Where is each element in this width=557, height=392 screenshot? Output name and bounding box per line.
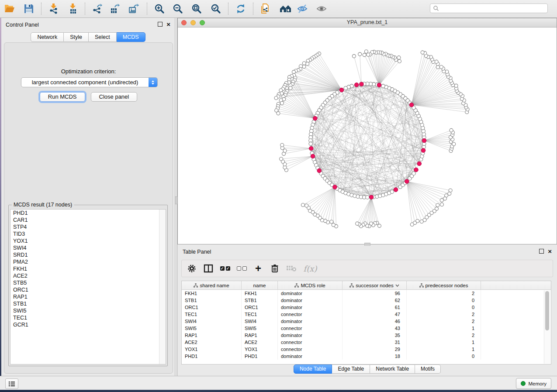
run-mcds-button[interactable]: Run MCDS (40, 92, 85, 102)
table-row[interactable]: YOX1YOX1connector291 (182, 346, 551, 353)
deselect-all-icon[interactable] (235, 262, 248, 275)
table-row[interactable]: ORC1ORC1dominator610 (182, 304, 551, 311)
column-header-name[interactable]: name (242, 281, 278, 290)
memory-label: Memory (528, 381, 547, 386)
tab-network-table[interactable]: Network Table (370, 364, 415, 374)
table-row[interactable]: SWI5SWI5connector431 (182, 325, 551, 332)
table-scrollbar[interactable] (544, 290, 550, 364)
table-scrollbar-thumb[interactable] (545, 291, 549, 330)
zoom-fit-icon[interactable] (189, 2, 204, 16)
delete-table-icon[interactable] (285, 262, 298, 275)
network-window-titlebar[interactable]: YPA_prune.txt_1 (178, 18, 557, 28)
table-cell: TEC1 (242, 311, 278, 318)
minimize-window-icon[interactable] (190, 20, 196, 25)
close-panel-icon[interactable]: × (166, 22, 170, 27)
memory-button[interactable]: Memory (516, 378, 551, 389)
tab-motifs[interactable]: Motifs (415, 364, 441, 374)
tab-node-table[interactable]: Node Table (294, 364, 332, 374)
home-views-icon[interactable] (278, 2, 293, 16)
table-cell: ORC1 (242, 304, 278, 311)
delete-column-icon[interactable] (268, 262, 281, 275)
table-row[interactable]: PHD1PHD1dominator180 (182, 353, 551, 360)
mcds-result-item[interactable]: STB5 (10, 279, 166, 286)
table-cell: 47 (343, 311, 407, 318)
table-cell: 1 (407, 325, 481, 332)
mcds-result-item[interactable]: CAR1 (10, 217, 166, 224)
close-window-icon[interactable] (181, 20, 187, 25)
create-column-icon[interactable]: + (252, 262, 265, 275)
close-panel-icon[interactable]: × (548, 249, 552, 254)
save-session-icon[interactable] (21, 2, 36, 16)
criterion-dropdown[interactable]: largest connected component (undirected) (21, 77, 158, 87)
tab-edge-table[interactable]: Edge Table (332, 364, 370, 374)
table-row[interactable]: FKH1FKH1dominator962 (182, 290, 551, 297)
mcds-result-item[interactable]: SWI4 (10, 244, 166, 251)
mcds-result-item[interactable]: SRD1 (10, 251, 166, 258)
table-row[interactable]: RAP1RAP1dominator352 (182, 332, 551, 339)
search-field[interactable] (439, 5, 547, 12)
mcds-result-item[interactable]: ACE2 (10, 272, 166, 279)
float-panel-icon[interactable] (539, 249, 544, 254)
select-all-icon[interactable]: ✓✓ (218, 262, 232, 275)
mcds-list-scrollbar[interactable] (159, 210, 166, 364)
close-panel-button[interactable]: Close panel (91, 92, 138, 102)
show-graphics-details-icon[interactable] (314, 2, 329, 16)
table-row[interactable]: ACE2ACE2connector311 (182, 339, 551, 346)
zoom-out-icon[interactable] (170, 2, 185, 16)
mcds-result-item[interactable]: TEC1 (10, 314, 166, 321)
tab-style[interactable]: Style (64, 32, 89, 42)
refresh-layout-icon[interactable] (233, 2, 248, 16)
mcds-result-item[interactable]: STB1 (10, 300, 166, 307)
mcds-result-item[interactable]: FKH1 (10, 265, 166, 272)
open-session-icon[interactable] (2, 2, 17, 16)
column-header-predecessor-nodes[interactable]: predecessor nodes (407, 281, 481, 290)
table-row[interactable]: TEC1TEC1connector472 (182, 311, 551, 318)
mcds-result-item[interactable]: RAP1 (10, 293, 166, 300)
tab-mcds[interactable]: MCDS (117, 32, 145, 42)
hide-graphics-details-icon[interactable] (295, 2, 310, 16)
zoom-in-icon[interactable] (152, 2, 167, 16)
tab-select[interactable]: Select (89, 32, 117, 42)
criterion-dropdown-value: largest connected component (undirected) (21, 79, 149, 86)
tab-network[interactable]: Network (31, 32, 64, 42)
import-network-icon[interactable] (46, 2, 61, 16)
table-cell: connector (278, 346, 343, 353)
export-table-icon[interactable] (107, 2, 122, 16)
table-row[interactable]: STB1STB1dominator620 (182, 297, 551, 304)
duplicate-network-icon[interactable] (258, 2, 273, 16)
show-hide-columns-icon[interactable] (202, 262, 215, 275)
table-row[interactable]: SWI4SWI4dominator462 (182, 318, 551, 325)
table-cell: dominator (278, 318, 343, 325)
zoom-selected-icon[interactable] (208, 2, 223, 16)
import-table-icon[interactable] (66, 2, 80, 16)
mcds-result-item[interactable]: PMA2 (10, 258, 166, 265)
task-history-button[interactable] (5, 378, 18, 389)
mcds-result-item[interactable]: SWI5 (10, 307, 166, 314)
table-mode-gear-icon[interactable] (185, 262, 198, 275)
column-header-successor-nodes[interactable]: successor nodes (343, 281, 407, 290)
desktop-wallpaper-bottom (0, 390, 557, 392)
mcds-result-item[interactable]: STP4 (10, 224, 166, 230)
mcds-result-item[interactable]: GCR1 (10, 321, 166, 328)
column-header-shared-name[interactable]: shared name (182, 281, 242, 290)
export-image-icon[interactable] (126, 2, 141, 16)
mcds-result-list[interactable]: PHD1CAR1STP4TID3YOX1SWI4SRD1PMA2FKH1ACE2… (10, 209, 166, 364)
table-cell: FKH1 (182, 290, 242, 297)
network-canvas[interactable] (178, 27, 557, 244)
mcds-result-item[interactable]: PHD1 (10, 210, 166, 217)
float-panel-icon[interactable] (158, 22, 163, 27)
mcds-result-title: MCDS result (17 nodes) (12, 202, 74, 208)
mcds-result-item[interactable]: ORC1 (10, 286, 166, 293)
sort-desc-icon (395, 284, 399, 287)
function-builder-icon[interactable]: f(x) (301, 262, 319, 275)
table-cell: TEC1 (182, 311, 242, 318)
search-input[interactable] (430, 3, 548, 13)
maximize-window-icon[interactable] (200, 20, 205, 25)
table-cell: 29 (343, 346, 407, 353)
table-cell: 96 (343, 290, 407, 297)
export-network-icon[interactable] (90, 2, 105, 16)
mcds-result-item[interactable]: TID3 (10, 230, 166, 237)
mcds-result-item[interactable]: YOX1 (10, 237, 166, 244)
network-view-window: YPA_prune.txt_1 (177, 18, 557, 244)
column-header-MCDS-role[interactable]: MCDS role (278, 281, 343, 290)
